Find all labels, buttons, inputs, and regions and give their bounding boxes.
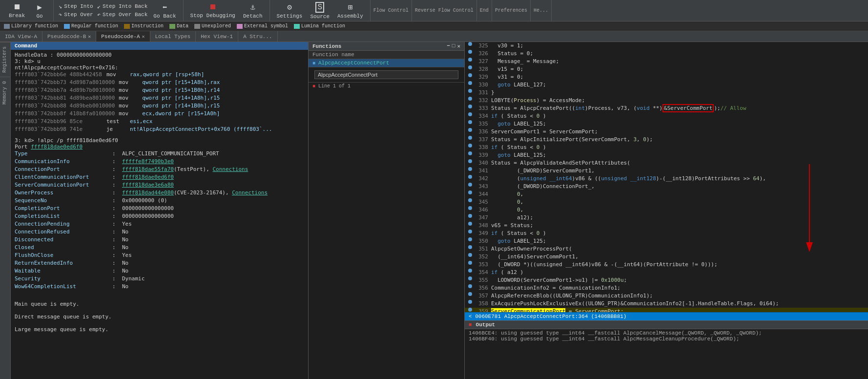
command-panel: Command HandleData : 00000000000000000 3…: [11, 42, 309, 379]
functions-minimize-button[interactable]: −: [447, 43, 450, 49]
detach-button[interactable]: ⚓ Detach: [239, 1, 267, 20]
sidebar-tab-registers[interactable]: Registers: [0, 42, 10, 77]
stop-debugging-button[interactable]: ⏹ Stop Debugging: [186, 1, 239, 20]
legend-library-color: [4, 24, 10, 29]
line-dot: [467, 105, 474, 108]
port-link[interactable]: ffff818dae0ed6f0: [31, 144, 83, 150]
step-over-back-button[interactable]: ↶ Step Over Back: [95, 11, 150, 19]
line-dot: [467, 308, 474, 312]
help-label: He...: [531, 0, 552, 21]
line-dot: [467, 292, 474, 296]
line-dot: [467, 269, 474, 273]
code-line: 331 }: [465, 89, 868, 97]
flow-control-label: Flow Control: [371, 0, 412, 21]
bottom-status: < 0060E781 AlpcpAcceptConnectPort:364 (1…: [465, 312, 868, 320]
tab-hex-view[interactable]: Hex View-1: [196, 31, 238, 42]
owner-link[interactable]: ffff818dad44e080: [122, 189, 174, 197]
fn-search-area: [309, 67, 464, 82]
code-line: 336 ServerCommPort1 = ServerCommPort;: [465, 128, 868, 136]
line-dot: [467, 175, 474, 179]
struct-field-waitable: Waitable : No: [15, 267, 304, 275]
legend-data: Data: [169, 23, 188, 29]
asm-line: ffff803`742bbb8f 418b8fa0100000 mov ecx,…: [15, 110, 304, 118]
line-dot: [467, 198, 474, 202]
asm-line: ffff803`742bbb88 4d89beb0010000 mov qwor…: [15, 102, 304, 110]
step-into-back-button[interactable]: ↙ Step Into Back: [95, 2, 150, 11]
code-content[interactable]: 325 v30 = 1; 326 Status = 0; 327 Message…: [465, 42, 868, 312]
struct-field-clientport: ClientCommunicationPort : ffff818dae0ed6…: [15, 173, 304, 181]
function-item[interactable]: ■ AlpcpAcceptConnectPort: [309, 59, 464, 67]
code-line: 358 ExAcquirePushLockExclusiveEx((ULONG_…: [465, 300, 868, 308]
toolbar-view: ⚙ Settings S Source ⊞ Assembly: [270, 0, 371, 21]
line-dot: [467, 300, 474, 304]
assembly-button[interactable]: ⊞ Assembly: [333, 1, 367, 20]
functions-restore-button[interactable]: □: [452, 43, 455, 49]
close-pseudocode-a-button[interactable]: ✕: [142, 34, 145, 40]
code-line: 355 LODWORD(ServerCommPort1->u1) |= 0x10…: [465, 276, 868, 284]
legend-unexplored: Unexplored: [194, 23, 231, 29]
code-line: 338 if ( Status < 0 ): [465, 144, 868, 151]
code-line: 354 if ( a12 ): [465, 269, 868, 276]
legend-external: External symbol: [237, 23, 288, 29]
toolbar-stop-detach: ⏹ Stop Debugging ⚓ Detach: [184, 0, 270, 21]
struct-field-security: Security : Dynamic: [15, 275, 304, 283]
tab-pseudocode-b[interactable]: Pseudocode-B ✕: [42, 31, 96, 42]
functions-close-button[interactable]: ✕: [457, 43, 460, 49]
fn-status: ■ Line 1 of 1: [309, 82, 464, 90]
code-line: 343 (_DWORD)ConnectionPort_,: [465, 183, 868, 190]
end-label: End: [477, 0, 492, 21]
line-dot: [467, 65, 474, 69]
asm-line: ffff803`742bbb73 4d8987a8010000 mov qwor…: [15, 79, 304, 86]
functions-col-header: Function name: [309, 51, 464, 59]
function-search-input[interactable]: [314, 70, 458, 79]
line-dot: [467, 183, 474, 187]
code-line: 335 goto LABEL_125;: [465, 120, 868, 128]
step-into-button[interactable]: ↘ Step Into: [57, 2, 95, 11]
comminfo-link[interactable]: fffffe8f7490b3e0: [122, 158, 174, 166]
line-dot: [467, 112, 474, 116]
legend-unexplored-color: [194, 24, 200, 29]
struct-field-type: Type : ALPC_CLIENT_COMMUNICATION_PORT: [15, 150, 304, 158]
struct-field-completionport: CompletionPort : 0000000000000000: [15, 205, 304, 212]
source-button[interactable]: S Source: [306, 1, 333, 21]
settings-button[interactable]: ⚙ Settings: [273, 1, 307, 20]
code-line: 340 Status = AlpcpValidateAndSetPortAttr…: [465, 159, 868, 167]
struct-field-completionlist: CompletionList : 0000000000000000: [15, 212, 304, 220]
clientport-link[interactable]: ffff818dae0ed6f0: [122, 173, 174, 181]
tab-local-types[interactable]: Local Types: [150, 31, 196, 42]
functions-header-buttons: − □ ✕: [447, 43, 460, 49]
reverse-flow-label: Reverse Flow Control: [412, 0, 477, 21]
tab-ida-view[interactable]: IDA View-A: [0, 31, 42, 42]
struct-field-serverport: ServerCommunicationPort : ffff818dae3e6a…: [15, 181, 304, 189]
close-pseudocode-b-button[interactable]: ✕: [88, 34, 91, 40]
go-back-icon: ⬅: [163, 2, 167, 12]
code-line: 339 goto LABEL_125;: [465, 151, 868, 159]
line-dot: [467, 151, 474, 155]
legend-data-color: [169, 24, 175, 29]
step-over-button[interactable]: ↷ Step Over: [57, 11, 95, 19]
detach-icon: ⚓: [250, 2, 255, 12]
serverport-link[interactable]: ffff818dae3e6a80: [122, 181, 174, 189]
struct-field-disconnected: Disconnected : No: [15, 236, 304, 244]
go-button[interactable]: ▶ Go: [29, 1, 50, 20]
command-content[interactable]: HandleData : 00000000000000000 3: kd> u …: [11, 50, 308, 379]
sidebar-tab-memory[interactable]: Memory 0: [0, 77, 10, 108]
connport-link[interactable]: ffff818dae55fa70: [122, 166, 174, 173]
line-dot: [467, 214, 474, 218]
legend-lumina-color: [294, 24, 300, 29]
line-dot: [467, 245, 474, 249]
legend-external-color: [237, 24, 243, 29]
connections-link2[interactable]: Connections: [232, 190, 268, 196]
line-dot: [467, 58, 474, 62]
code-panel: 325 v30 = 1; 326 Status = 0; 327 Message…: [465, 42, 868, 379]
break-button[interactable]: ⏹ Break: [5, 1, 29, 20]
line-dot: [467, 42, 474, 46]
step-into-back-icon: ↙: [97, 3, 101, 10]
code-line: 357 AlpcpReferenceBlob((ULONG_PTR)Commun…: [465, 292, 868, 300]
tab-structs[interactable]: A Stru...: [238, 31, 277, 42]
output-content[interactable]: 1406BCE4: using guessed type __int64 __f…: [465, 329, 868, 379]
connections-link1[interactable]: Connections: [212, 166, 248, 172]
go-back-button[interactable]: ⬅ Go Back: [149, 1, 180, 20]
line-dot: [467, 253, 474, 257]
tab-pseudocode-a[interactable]: Pseudocode-A ✕: [96, 31, 150, 42]
